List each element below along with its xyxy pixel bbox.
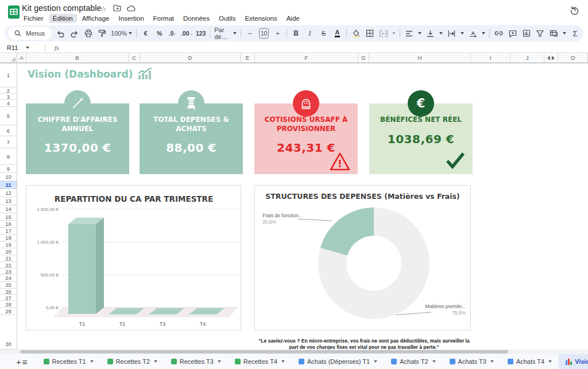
sheet-tab-recettes-t3[interactable]: Recettes T3 [164, 354, 228, 369]
merge-cells-icon[interactable] [378, 29, 388, 39]
donut-chart-panel[interactable]: STRUCTURES DES DEPENSES (Matières vs Fra… [254, 185, 471, 330]
chevron-down-icon[interactable] [418, 32, 421, 34]
increase-font-size-button[interactable]: + [273, 29, 283, 39]
borders-icon[interactable] [365, 29, 374, 39]
fill-color-icon[interactable] [351, 29, 361, 39]
chevron-down-icon[interactable] [563, 32, 566, 34]
vertical-align-icon[interactable] [425, 29, 435, 39]
row-header-15[interactable]: 15 [0, 213, 17, 221]
kpi-card-benefices-net[interactable]: €BÉNÉFICES NET RÉEL1038,69 € [369, 103, 473, 174]
decrease-decimals-button[interactable]: .0 [168, 29, 178, 39]
zoom-select[interactable]: 100% [111, 30, 132, 37]
row-header-5[interactable]: 5 [0, 107, 17, 125]
sheet-tab-recettes-t4[interactable]: Recettes T4 [228, 354, 292, 369]
percent-format-button[interactable]: % [154, 29, 164, 39]
menu-édition[interactable]: Édition [49, 14, 77, 23]
number-format-button[interactable]: 123 [196, 29, 206, 39]
row-header-1[interactable]: 1 [0, 63, 17, 87]
insert-link-icon[interactable] [494, 29, 504, 39]
sheet-tab-vision-dashboard-[interactable]: Vision (Dashboard) [559, 354, 588, 369]
font-size-input[interactable]: 10 [259, 28, 269, 39]
filter-views-icon[interactable] [549, 29, 559, 39]
paint-format-icon[interactable] [97, 29, 107, 39]
horizontal-scrollbar-thumb[interactable] [20, 350, 508, 353]
horizontal-align-icon[interactable] [404, 29, 414, 39]
row-header-9[interactable]: 9 [0, 165, 17, 173]
menu-insertion[interactable]: Insertion [114, 14, 148, 23]
insert-comment-icon[interactable] [508, 29, 517, 39]
column-header-F[interactable]: F [255, 53, 358, 63]
row-header-13[interactable]: 13 [0, 197, 17, 205]
row-header-18[interactable]: 18 [0, 235, 17, 241]
row-header-4[interactable]: 4 [0, 100, 17, 107]
horizontal-scrollbar[interactable] [0, 349, 588, 354]
sheet-tab-recettes-t2[interactable]: Recettes T2 [100, 354, 164, 369]
decrease-font-size-button[interactable]: − [245, 29, 255, 39]
row-header-8[interactable]: 8 [0, 148, 17, 165]
row-header-30[interactable]: 30 [0, 315, 17, 349]
column-header-G[interactable]: G [358, 53, 369, 63]
currency-format-button[interactable]: € [141, 29, 150, 39]
redo-icon[interactable] [69, 29, 79, 39]
column-header-C[interactable]: C [129, 53, 140, 63]
kpi-card-chiffre-affaires[interactable]: CHIFFRE D'AFFAIRES ANNUEL1370,00 € [26, 103, 129, 174]
column-header-B[interactable]: B [26, 53, 129, 63]
filter-icon[interactable] [535, 29, 545, 39]
menu-extensions[interactable]: Extensions [241, 14, 281, 23]
column-header-J[interactable]: J [510, 53, 544, 63]
bold-button[interactable]: B [291, 29, 301, 39]
menus-search[interactable]: Menus [8, 27, 52, 40]
sheet-tab-achats-t3[interactable]: Achats T3 [443, 354, 501, 369]
text-wrap-icon[interactable] [447, 29, 457, 39]
menu-aide[interactable]: Aide [283, 14, 304, 23]
chevron-down-icon[interactable] [392, 32, 396, 34]
chevron-down-icon[interactable] [482, 32, 485, 34]
row-header-16[interactable]: 16 [0, 221, 17, 228]
column-header-O[interactable]: O [558, 53, 588, 63]
italic-button[interactable]: I [305, 29, 315, 39]
row-header-11[interactable]: 11 [0, 181, 17, 189]
print-icon[interactable] [83, 29, 93, 39]
row-header-22[interactable]: 22 [0, 262, 17, 268]
row-header-10[interactable]: 10 [0, 173, 17, 181]
menu-format[interactable]: Format [149, 14, 178, 23]
text-rotation-icon[interactable]: A [468, 29, 478, 39]
column-header-I[interactable]: I [471, 53, 510, 63]
row-header-6[interactable]: 6 [0, 125, 17, 136]
increase-decimals-button[interactable]: .00 [182, 29, 192, 39]
menu-données[interactable]: Données [179, 14, 214, 23]
row-header-24[interactable]: 24 [0, 275, 17, 282]
row-header-12[interactable]: 12 [0, 189, 17, 197]
sheet-tab-recettes-t1[interactable]: Recettes T1 [37, 354, 100, 369]
sheet-tab-achats-t4[interactable]: Achats T4 [501, 354, 559, 369]
text-color-button[interactable]: A [335, 29, 339, 37]
menu-outils[interactable]: Outils [215, 14, 239, 23]
chevron-down-icon[interactable] [439, 32, 443, 34]
row-header-2[interactable]: 2 [0, 87, 17, 94]
functions-button[interactable]: Σ [570, 29, 580, 39]
sheet-tab-achats-t2[interactable]: Achats T2 [384, 354, 442, 369]
insert-chart-icon[interactable] [521, 29, 531, 39]
version-history-icon[interactable] [570, 5, 581, 16]
row-header-29[interactable]: 29 [0, 308, 17, 315]
column-header-E[interactable]: E [241, 53, 255, 63]
chevron-down-icon[interactable] [461, 32, 464, 34]
row-header-19[interactable]: 19 [0, 241, 17, 248]
column-header-D[interactable]: D [140, 53, 241, 63]
row-header-25[interactable]: 25 [0, 282, 17, 289]
row-header-21[interactable]: 21 [0, 255, 17, 262]
bar-chart-panel[interactable]: REPARTITION DU CA PAR TRIMESTRE 1 500,00… [26, 185, 241, 330]
sheet-canvas[interactable]: Vision (Dashboard) CHIFFRE D'AFFAIRES AN… [17, 63, 588, 349]
row-header-17[interactable]: 17 [0, 228, 17, 235]
font-select[interactable]: Par dé… [214, 26, 237, 40]
all-sheets-button[interactable]: ≡ [22, 355, 28, 368]
row-header-3[interactable]: 3 [0, 94, 17, 100]
document-title[interactable]: Kit gestion comptable [22, 3, 102, 13]
menu-fichier[interactable]: Fichier [20, 14, 48, 23]
column-header-H[interactable]: H [369, 53, 471, 63]
row-header-7[interactable]: 7 [0, 136, 17, 148]
row-header-27[interactable]: 27 [0, 295, 17, 301]
hidden-columns-marker[interactable] [544, 53, 558, 63]
add-sheet-button[interactable]: + [16, 355, 21, 368]
column-header-A[interactable]: A [17, 53, 26, 63]
